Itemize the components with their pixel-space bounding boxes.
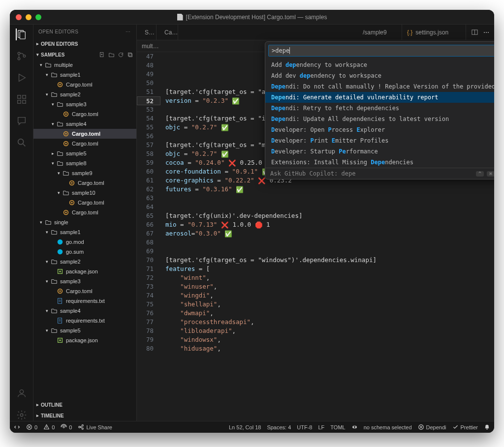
tree-file[interactable]: go.mod [33, 237, 136, 247]
explorer-icon[interactable] [16, 29, 28, 40]
tree-folder[interactable]: ▾sample4 [33, 306, 136, 316]
tree-folder[interactable]: ▾sample4 [33, 119, 136, 129]
svg-point-36 [59, 290, 61, 292]
encoding[interactable]: UTF-8 [297, 424, 312, 430]
tree-file[interactable]: Cargo.toml [33, 109, 136, 119]
schema-status[interactable]: no schema selected [364, 424, 412, 430]
svg-rect-37 [58, 298, 62, 304]
palette-footer[interactable]: Ask GitHub Copilot: depe ^ ⌘ I [265, 168, 494, 179]
tree-folder[interactable]: ▸sample5 [33, 149, 136, 158]
palette-item[interactable]: Dependi: Retry to fetch dependencies [265, 103, 494, 114]
minimize-window-button[interactable] [26, 14, 32, 20]
source-control-icon[interactable] [16, 50, 28, 62]
palette-list[interactable]: Add dependency to workspaceAdd dev depen… [265, 60, 494, 168]
live-share[interactable]: Live Share [78, 424, 112, 430]
window-controls [16, 14, 41, 20]
dependi-status[interactable]: Dependi [418, 424, 446, 430]
palette-item[interactable]: Extensions: Install Missing Dependencies [265, 157, 494, 168]
tree-folder[interactable]: ▾sample3 [33, 99, 136, 109]
titlebar[interactable]: [Extension Development Host] Cargo.toml … [10, 10, 494, 25]
tab-label: /sample9 [363, 29, 387, 36]
tree-folder[interactable]: ▾sample10 [33, 188, 136, 198]
tab-sample9[interactable]: /sample9 [358, 25, 402, 40]
chat-icon[interactable] [16, 115, 28, 127]
palette-input[interactable]: >depe [268, 45, 494, 57]
samples-section[interactable]: ▾ SAMPLES [33, 49, 136, 60]
remote-indicator[interactable] [14, 424, 20, 430]
tree-folder[interactable]: ▾sample2 [33, 257, 136, 267]
tab-truncated-2[interactable]: Ca… [157, 25, 178, 40]
account-icon[interactable] [16, 387, 28, 399]
tree-folder[interactable]: ▾sample1 [33, 70, 136, 80]
more-icon[interactable]: ⋯ [483, 29, 489, 36]
bell-icon[interactable] [484, 424, 490, 430]
outline-section[interactable]: ▸ OUTLINE [33, 399, 136, 410]
palette-item[interactable]: Dependi: Do not call manually ! Replace … [265, 81, 494, 92]
tree-file[interactable]: Cargo.toml [33, 286, 136, 296]
tree-folder[interactable]: ▾sample5 [33, 326, 136, 335]
samples-label: SAMPLES [41, 52, 64, 58]
settings-gear-icon[interactable] [16, 409, 28, 421]
tree-file[interactable]: Cargo.toml [33, 208, 136, 217]
tree-file[interactable]: requirements.txt [33, 296, 136, 306]
eol[interactable]: LF [318, 424, 325, 430]
palette-item[interactable]: Developer: Open Process Explorer [265, 124, 494, 135]
language-mode[interactable]: TOML [330, 424, 345, 430]
tree-file[interactable]: Cargo.toml [33, 139, 136, 149]
svg-line-11 [23, 144, 25, 147]
file-tree[interactable]: ▾multiple▾sample1Cargo.toml▾sample2▾samp… [33, 60, 136, 399]
tree-folder[interactable]: ▾sample9 [33, 168, 136, 178]
tree-folder[interactable]: ▾single [33, 217, 136, 227]
tree-folder[interactable]: ▾sample8 [33, 158, 136, 168]
copilot-icon[interactable] [351, 424, 358, 430]
open-editors-section[interactable]: ▸ OPEN EDITORS [33, 38, 136, 49]
chevron-right-icon: ▸ [36, 41, 39, 46]
tree-folder[interactable]: ▾sample1 [33, 227, 136, 237]
tree-folder[interactable]: ▾sample3 [33, 276, 136, 286]
prettier-status[interactable]: Prettier [452, 424, 478, 430]
tab-truncated-1[interactable]: S… [137, 25, 157, 40]
tree-folder[interactable]: ▾sample2 [33, 89, 136, 99]
status-bar: 0 0 0 Live Share Ln 52, Col 18 Spaces: 4… [10, 421, 494, 433]
errors-count[interactable]: 0 [26, 424, 37, 430]
svg-point-52 [82, 428, 84, 429]
tree-file[interactable]: Cargo.toml [33, 129, 136, 139]
palette-keys: ^ ⌘ I [476, 171, 494, 177]
tree-file[interactable]: Cargo.toml [33, 80, 136, 89]
palette-item[interactable]: Developer: Print Emitter Profiles [265, 135, 494, 146]
tree-file[interactable]: Cargo.toml [33, 198, 136, 208]
palette-item[interactable]: Developer: Startup Performance [265, 146, 494, 157]
tab-settings[interactable]: {.} settings.json [402, 25, 466, 40]
svg-point-12 [20, 390, 23, 393]
tree-file[interactable]: Cargo.toml [33, 178, 136, 188]
cursor-position[interactable]: Ln 52, Col 18 [229, 424, 261, 430]
new-folder-icon[interactable] [108, 52, 115, 58]
tree-folder[interactable]: ▾multiple [33, 60, 136, 70]
palette-item[interactable]: Add dependency to workspace [265, 60, 494, 70]
indent-setting[interactable]: Spaces: 4 [267, 424, 291, 430]
run-debug-icon[interactable] [16, 72, 28, 84]
palette-item[interactable]: Dependi: Update All dependencies to late… [265, 114, 494, 124]
svg-point-13 [20, 414, 23, 417]
timeline-section[interactable]: ▸ TIMELINE [33, 410, 136, 421]
search-icon[interactable] [16, 137, 28, 149]
new-file-icon[interactable] [99, 52, 105, 58]
close-window-button[interactable] [16, 14, 22, 20]
palette-item[interactable]: Dependi: Generate detailed vulnerability… [265, 92, 494, 103]
warnings-count[interactable]: 0 [43, 424, 55, 430]
tree-file[interactable]: package.json [33, 267, 136, 276]
tree-file[interactable]: requirements.txt [33, 316, 136, 326]
ports-count[interactable]: 0 [61, 424, 72, 430]
svg-rect-8 [22, 100, 25, 103]
collapse-all-icon[interactable] [127, 52, 133, 58]
key-up: ^ [476, 171, 484, 177]
tree-file[interactable]: go.sum [33, 247, 136, 257]
split-editor-icon[interactable] [471, 29, 478, 36]
refresh-icon[interactable] [118, 52, 124, 58]
extensions-icon[interactable] [16, 93, 28, 105]
tree-file[interactable]: package.json [33, 335, 136, 345]
svg-rect-16 [129, 54, 132, 57]
palette-item[interactable]: Add dev dependency to workspace [265, 70, 494, 81]
sidebar-more-icon[interactable]: ⋯ [126, 29, 131, 34]
maximize-window-button[interactable] [35, 14, 41, 20]
